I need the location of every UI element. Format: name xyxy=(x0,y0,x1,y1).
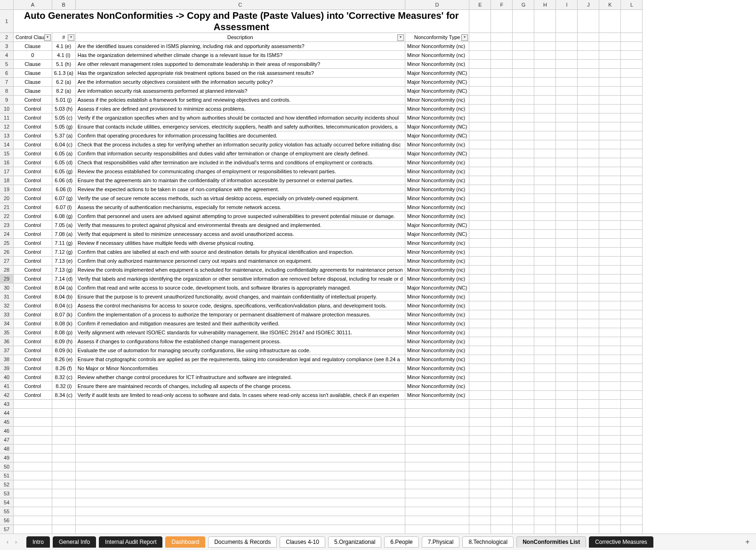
cell[interactable] xyxy=(534,122,556,131)
cell-number[interactable]: 5.03 (h) xyxy=(52,105,75,113)
cell[interactable] xyxy=(599,346,621,355)
cell[interactable] xyxy=(513,51,534,60)
cell[interactable] xyxy=(621,113,643,122)
cell-number[interactable]: 5.01 (j) xyxy=(52,96,75,105)
cell[interactable] xyxy=(578,445,599,453)
cell[interactable] xyxy=(75,498,405,507)
cell[interactable] xyxy=(599,51,621,60)
cell[interactable] xyxy=(469,516,491,525)
cell-nonconformity-type[interactable]: Minor Nonconformity (nc) xyxy=(405,42,469,51)
cell-control-clause[interactable]: Control xyxy=(14,301,52,310)
cell[interactable] xyxy=(578,33,599,42)
cell[interactable] xyxy=(621,149,643,158)
cell[interactable] xyxy=(513,248,534,257)
cell[interactable] xyxy=(621,140,643,149)
cell-description[interactable]: Ensure that cryptographic controls are a… xyxy=(75,355,405,364)
cell[interactable] xyxy=(599,221,621,230)
cell[interactable] xyxy=(534,221,556,230)
row-head-6[interactable]: 6 xyxy=(0,69,14,78)
row-head-27[interactable]: 27 xyxy=(0,257,14,266)
cell[interactable] xyxy=(513,418,534,427)
cell-control-clause[interactable]: Control xyxy=(14,96,52,105)
cell[interactable] xyxy=(621,105,643,113)
cell[interactable] xyxy=(599,122,621,131)
cell[interactable] xyxy=(491,436,513,445)
cell[interactable] xyxy=(534,301,556,310)
col-head-B[interactable]: B xyxy=(52,0,75,10)
cell[interactable] xyxy=(621,453,643,462)
cell[interactable] xyxy=(578,364,599,373)
cell[interactable] xyxy=(405,525,469,534)
row-head-41[interactable]: 41 xyxy=(0,382,14,391)
cell[interactable] xyxy=(621,489,643,498)
cell[interactable] xyxy=(599,266,621,275)
cell[interactable] xyxy=(469,96,491,105)
cell-control-clause[interactable]: Control xyxy=(14,283,52,292)
cell-description[interactable]: Confirm that personnel and users are adv… xyxy=(75,212,405,221)
cell-control-clause[interactable]: Control xyxy=(14,328,52,337)
cell[interactable] xyxy=(491,51,513,60)
cell-number[interactable]: 4.1 (e) xyxy=(52,42,75,51)
cell[interactable] xyxy=(534,96,556,105)
cell[interactable] xyxy=(469,292,491,301)
cell[interactable] xyxy=(534,167,556,176)
cell[interactable] xyxy=(534,355,556,364)
cell[interactable] xyxy=(491,194,513,203)
cell[interactable] xyxy=(556,283,578,292)
cell[interactable] xyxy=(621,498,643,507)
row-head-42[interactable]: 42 xyxy=(0,391,14,400)
cell[interactable] xyxy=(534,87,556,96)
col-head-A[interactable]: A xyxy=(14,0,52,10)
cell-number[interactable]: 4.1 (i) xyxy=(52,51,75,60)
row-head-48[interactable]: 48 xyxy=(0,445,14,453)
cell-nonconformity-type[interactable]: Minor Nonconformity (nc) xyxy=(405,51,469,60)
cell-number[interactable]: 8.32 (c) xyxy=(52,373,75,382)
cell-description[interactable]: Are the identified issues considered in … xyxy=(75,42,405,51)
row-head-21[interactable]: 21 xyxy=(0,203,14,212)
cell[interactable] xyxy=(599,292,621,301)
cell[interactable] xyxy=(469,346,491,355)
cell[interactable] xyxy=(405,489,469,498)
cell[interactable] xyxy=(578,292,599,301)
cell-control-clause[interactable]: Control xyxy=(14,185,52,194)
cell[interactable] xyxy=(556,10,578,33)
cell-description[interactable]: Assess if roles are defined and provisio… xyxy=(75,105,405,113)
cell[interactable] xyxy=(556,310,578,319)
cell-number[interactable]: 7.13 (g) xyxy=(52,266,75,275)
cell-nonconformity-type[interactable]: Minor Nonconformity (nc) xyxy=(405,301,469,310)
cell-control-clause[interactable]: Control xyxy=(14,158,52,167)
cell[interactable] xyxy=(513,507,534,516)
row-head-28[interactable]: 28 xyxy=(0,266,14,275)
cell[interactable] xyxy=(534,292,556,301)
cell[interactable] xyxy=(491,248,513,257)
cell[interactable] xyxy=(469,10,491,33)
cell-number[interactable]: 8.08 (p) xyxy=(52,328,75,337)
cell[interactable] xyxy=(534,149,556,158)
row-head-40[interactable]: 40 xyxy=(0,373,14,382)
tab-nav-prev-icon[interactable]: ‹ xyxy=(4,538,11,546)
cell-description[interactable]: Verify the use of secure remote access m… xyxy=(75,194,405,203)
cell[interactable] xyxy=(621,248,643,257)
cell[interactable] xyxy=(556,391,578,400)
cell[interactable] xyxy=(621,471,643,480)
col-head-J[interactable]: J xyxy=(578,0,599,10)
cell[interactable] xyxy=(491,266,513,275)
cell[interactable] xyxy=(599,230,621,239)
cell[interactable] xyxy=(469,471,491,480)
cell[interactable] xyxy=(75,418,405,427)
cell-description[interactable]: Check that responsibilities valid after … xyxy=(75,158,405,167)
cell[interactable] xyxy=(469,122,491,131)
cell-nonconformity-type[interactable]: Minor Nonconformity (nc) xyxy=(405,292,469,301)
cell[interactable] xyxy=(469,149,491,158)
cell[interactable] xyxy=(469,445,491,453)
cell[interactable] xyxy=(491,453,513,462)
cell-number[interactable]: 8.34 (c) xyxy=(52,391,75,400)
cell[interactable] xyxy=(621,427,643,436)
col-head-F[interactable]: F xyxy=(491,0,513,10)
row-head-35[interactable]: 35 xyxy=(0,328,14,337)
row-head-22[interactable]: 22 xyxy=(0,212,14,221)
cell[interactable] xyxy=(556,346,578,355)
row-head-50[interactable]: 50 xyxy=(0,462,14,471)
cell[interactable] xyxy=(556,471,578,480)
row-head-15[interactable]: 15 xyxy=(0,149,14,158)
